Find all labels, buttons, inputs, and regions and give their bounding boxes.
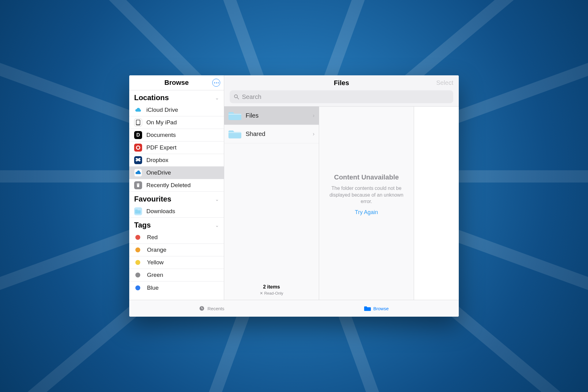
search-input[interactable] — [242, 93, 450, 100]
tag-dot-icon — [135, 273, 140, 277]
svg-rect-7 — [228, 132, 241, 133]
svg-rect-6 — [228, 114, 241, 115]
onedrive-icon — [134, 169, 142, 177]
tag-dot-icon — [135, 247, 140, 252]
folder-label: Shared — [246, 130, 313, 138]
tab-label: Recents — [207, 306, 224, 311]
sidebar-item-label: Documents — [146, 132, 176, 138]
pdf-expert-icon — [134, 144, 142, 152]
ipad-icon — [134, 119, 142, 126]
sidebar-tag-orange[interactable]: Orange — [129, 244, 224, 256]
folder-label: Files — [246, 112, 313, 119]
sidebar-item-label: OneDrive — [146, 169, 171, 176]
sidebar-item-label: PDF Expert — [146, 144, 176, 151]
item-count: 2 items — [224, 284, 319, 290]
tab-label: Browse — [373, 306, 389, 311]
tag-dot-icon — [135, 235, 140, 240]
sidebar-tag-blue[interactable]: Blue — [129, 281, 224, 294]
main-header: Files Select — [224, 75, 459, 90]
svg-point-3 — [137, 146, 139, 149]
section-title-locations: Locations — [134, 93, 169, 102]
svg-point-4 — [234, 95, 237, 98]
sidebar-header: Browse — [129, 75, 224, 90]
ellipsis-icon — [214, 82, 215, 83]
section-header-locations[interactable]: Locations ⌄ — [129, 90, 224, 104]
sidebar-title: Browse — [164, 79, 189, 87]
chevron-down-icon: ⌄ — [215, 222, 219, 228]
sidebar: Browse Locations ⌄ iCloud Drive — [129, 75, 224, 300]
sidebar-item-label: Yellow — [147, 259, 164, 266]
folder-row-shared[interactable]: Shared › — [224, 125, 319, 143]
sidebar-item-on-my-ipad[interactable]: On My iPad — [129, 116, 224, 129]
svg-line-5 — [237, 98, 239, 99]
sidebar-item-downloads[interactable]: Downloads — [129, 205, 224, 218]
column-view: Files › Shared › 2 items ✕ Read-Only — [224, 106, 459, 300]
main-title: Files — [334, 79, 349, 87]
section-header-favourites[interactable]: Favourites ⌄ — [129, 192, 224, 205]
sidebar-tag-green[interactable]: Green — [129, 269, 224, 281]
sidebar-item-label: On My iPad — [146, 119, 177, 126]
sidebar-item-label: Downloads — [146, 208, 175, 215]
error-message: The folder contents could not be display… — [326, 185, 406, 205]
chevron-down-icon: ⌄ — [215, 95, 219, 101]
sidebar-item-pdf-expert[interactable]: PDF Expert — [129, 141, 224, 154]
sidebar-item-label: Red — [147, 234, 158, 241]
search-field[interactable] — [230, 90, 453, 103]
folder-icon — [228, 129, 241, 139]
tab-recents[interactable]: Recents — [129, 300, 294, 317]
sidebar-item-label: Recently Deleted — [146, 182, 191, 189]
chevron-right-icon: › — [313, 112, 315, 119]
documents-icon: D — [134, 131, 142, 139]
error-heading: Content Unavailable — [326, 173, 406, 181]
sidebar-item-label: Dropbox — [146, 157, 168, 164]
detail-column: Content Unavailable The folder contents … — [319, 107, 414, 300]
chevron-right-icon: › — [313, 131, 315, 137]
trash-icon — [134, 181, 142, 189]
sidebar-item-label: Orange — [147, 247, 166, 253]
sidebar-item-documents[interactable]: D Documents — [129, 129, 224, 141]
chevron-down-icon: ⌄ — [215, 196, 219, 202]
sidebar-item-icloud-drive[interactable]: iCloud Drive — [129, 104, 224, 116]
search-wrap — [224, 90, 459, 106]
sidebar-tag-red[interactable]: Red — [129, 231, 224, 244]
upper-pane: Browse Locations ⌄ iCloud Drive — [129, 75, 459, 300]
cloud-icon — [134, 106, 142, 114]
read-only-badge: ✕ Read-Only — [224, 291, 319, 296]
folder-icon — [364, 306, 371, 311]
sidebar-item-label: Green — [147, 272, 163, 278]
tag-dot-icon — [135, 260, 140, 265]
bottom-tab-bar: Recents Browse — [129, 300, 459, 317]
clock-icon — [199, 305, 205, 311]
empty-column — [414, 107, 459, 300]
downloads-folder-icon — [134, 207, 142, 215]
folders-column: Files › Shared › 2 items ✕ Read-Only — [224, 107, 319, 300]
sidebar-tag-yellow[interactable]: Yellow — [129, 256, 224, 269]
section-title-tags: Tags — [134, 221, 151, 229]
section-title-favourites: Favourites — [134, 195, 171, 203]
section-header-tags[interactable]: Tags ⌄ — [129, 218, 224, 231]
tab-browse[interactable]: Browse — [294, 300, 459, 317]
dropbox-icon — [134, 156, 142, 164]
folder-icon — [228, 111, 241, 121]
folders-column-footer: 2 items ✕ Read-Only — [224, 281, 319, 300]
sidebar-item-label: Blue — [147, 285, 159, 291]
files-app-window: Browse Locations ⌄ iCloud Drive — [129, 75, 459, 317]
sidebar-item-onedrive[interactable]: OneDrive — [129, 167, 224, 179]
svg-rect-1 — [137, 120, 140, 125]
more-button[interactable] — [212, 79, 220, 87]
try-again-button[interactable]: Try Again — [326, 209, 406, 216]
sidebar-scroll[interactable]: Locations ⌄ iCloud Drive On My iPad — [129, 90, 224, 300]
folder-row-files[interactable]: Files › — [224, 107, 319, 125]
select-button[interactable]: Select — [436, 79, 453, 86]
search-icon — [233, 94, 239, 100]
error-panel: Content Unavailable The folder contents … — [319, 173, 414, 216]
main-pane: Files Select Files › — [224, 75, 459, 300]
sidebar-item-label: iCloud Drive — [146, 107, 178, 113]
sidebar-item-recently-deleted[interactable]: Recently Deleted — [129, 179, 224, 192]
tag-dot-icon — [135, 285, 140, 290]
sidebar-item-dropbox[interactable]: Dropbox — [129, 154, 224, 167]
